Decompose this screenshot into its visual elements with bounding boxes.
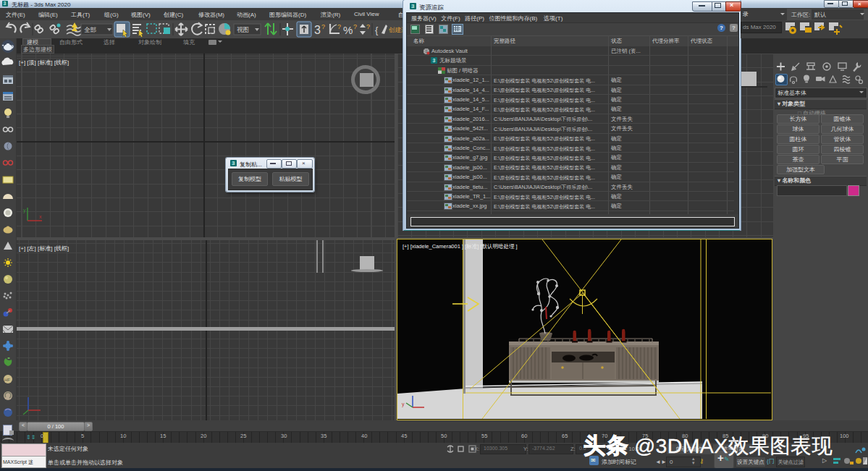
svg-text:%: % <box>343 24 353 36</box>
svg-text:视图: 视图 <box>237 26 249 33</box>
svg-text:?: ? <box>337 23 341 30</box>
svg-text:?: ? <box>353 23 357 30</box>
svg-text:{: { <box>375 25 379 35</box>
svg-text:HF: HF <box>4 378 10 382</box>
svg-text:全部: 全部 <box>84 26 96 33</box>
svg-text:y: y <box>402 402 405 407</box>
svg-text:?: ? <box>321 23 325 30</box>
svg-text:x: x <box>39 214 42 219</box>
svg-text:y: y <box>23 208 26 213</box>
svg-text:?: ? <box>366 23 370 30</box>
svg-text:创建选: 创建选 <box>388 26 403 33</box>
svg-text:3: 3 <box>314 24 321 36</box>
